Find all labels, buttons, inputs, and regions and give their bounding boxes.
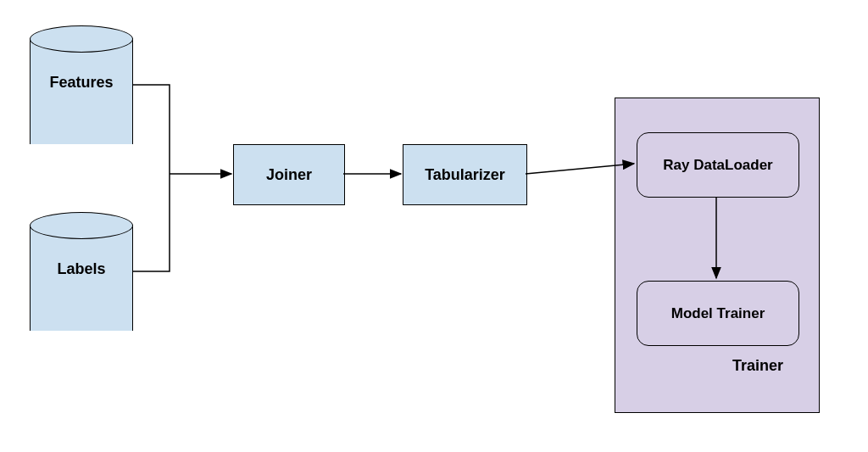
dataloader-label: Ray DataLoader (663, 157, 772, 174)
labels-label: Labels (57, 260, 105, 278)
joiner-label: Joiner (266, 166, 312, 184)
labels-node: Labels (30, 212, 131, 331)
tabularizer-label: Tabularizer (425, 166, 505, 184)
modeltrainer-node: Model Trainer (637, 281, 799, 346)
modeltrainer-label: Model Trainer (671, 305, 765, 322)
cylinder-body: Labels (30, 225, 133, 331)
tabularizer-node: Tabularizer (403, 144, 527, 205)
joiner-node: Joiner (233, 144, 345, 205)
cylinder-top (30, 212, 133, 239)
cylinder-top (30, 25, 133, 53)
edge-labels-junction (133, 174, 170, 271)
cylinder-body: Features (30, 38, 133, 144)
diagram-canvas: Features Labels Joiner Tabularizer Ray D… (0, 0, 868, 452)
dataloader-node: Ray DataLoader (637, 132, 799, 198)
features-node: Features (30, 25, 131, 144)
trainer-container-label: Trainer (732, 357, 783, 375)
features-label: Features (49, 74, 113, 92)
edge-features-junction (133, 85, 170, 174)
trainer-container: Ray DataLoader Model Trainer Trainer (615, 98, 820, 413)
